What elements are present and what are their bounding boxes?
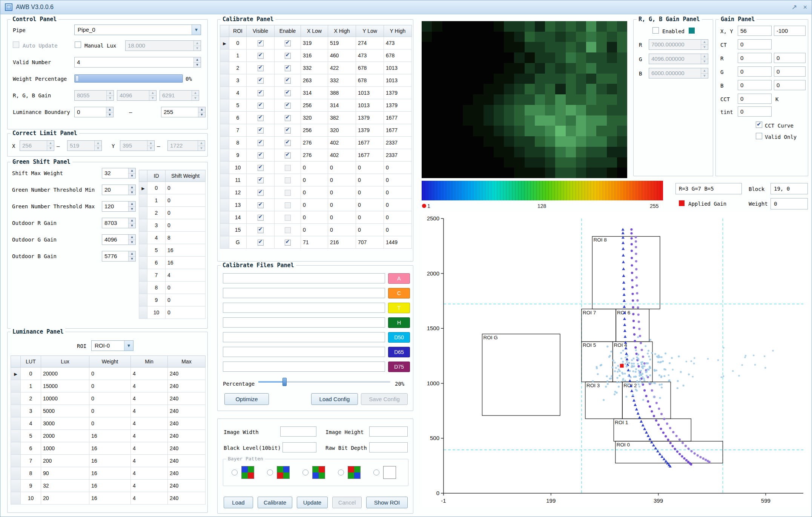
row-selector[interactable] [220,112,229,124]
enable-cell[interactable] [275,112,301,124]
visible-checkbox[interactable] [258,190,264,196]
load-config-button[interactable]: Load Config [311,393,358,405]
calibrate-file-input[interactable] [223,362,385,372]
calibrate-file-input[interactable] [223,273,385,283]
visible-cell[interactable] [247,224,275,236]
visible-checkbox[interactable] [258,140,264,146]
lut-cell[interactable]: 2 [21,392,41,405]
row-selector[interactable] [220,186,229,199]
calibrate-row[interactable]: 100000 [220,162,412,174]
value-cell[interactable]: 1677 [384,124,412,137]
x-value-input[interactable] [738,26,772,36]
outdoor-b-gain-input[interactable]: 5776 [102,251,136,262]
value-cell[interactable]: 0 [301,162,328,174]
row-selector[interactable] [220,224,229,236]
id-cell[interactable]: 1 [147,194,166,207]
roi-cell[interactable]: 4 [229,87,247,99]
enable-cell[interactable] [275,74,301,87]
spin-down-icon[interactable] [129,207,135,212]
ct-value-input[interactable] [738,39,772,49]
value-cell[interactable]: 332 [328,74,356,87]
row-selector[interactable] [220,174,229,186]
value-cell[interactable]: 0 [384,199,412,211]
lut-cell[interactable]: 9 [21,480,41,492]
show-roi-button[interactable]: Show ROI [366,497,408,508]
value-cell[interactable]: 382 [328,112,356,124]
image-preview[interactable] [422,21,627,178]
row-selector[interactable] [220,211,229,224]
calibrate-row[interactable]: 0319519274473 [220,37,412,49]
calibrate-row[interactable]: G712167071449 [220,236,412,249]
value-cell[interactable]: 0 [356,162,384,174]
row-selector[interactable] [139,219,147,232]
value-cell[interactable]: 402 [328,149,356,162]
enable-cell[interactable] [275,186,301,199]
value-cell[interactable]: 256 [301,99,328,112]
visible-checkbox[interactable] [258,128,264,134]
value-cell[interactable]: 0 [328,224,356,236]
value-cell[interactable]: 1379 [356,124,384,137]
spin-up-icon[interactable] [129,202,135,207]
spin-down-icon[interactable] [701,74,708,78]
visible-checkbox[interactable] [258,215,264,221]
enable-checkbox[interactable] [285,78,291,84]
b-value-1-input[interactable] [738,80,772,90]
tint-value-input[interactable] [738,106,772,117]
column-header[interactable]: LUT [21,356,41,368]
lut-cell[interactable]: 4 [21,417,41,430]
value-cell[interactable]: 4 [131,492,168,505]
value-cell[interactable]: 5000 [41,405,89,417]
value-cell[interactable]: 678 [356,62,384,74]
value-cell[interactable]: 90 [41,467,89,480]
file-d50-button[interactable]: D50 [388,332,410,343]
value-cell[interactable]: 0 [328,199,356,211]
enable-checkbox[interactable] [285,65,291,71]
enable-cell[interactable] [275,87,301,99]
visible-cell[interactable] [247,137,275,149]
value-cell[interactable]: 2337 [384,137,412,149]
row-selector[interactable] [139,182,147,194]
value-cell[interactable]: 0 [328,162,356,174]
bayer-radio-gbrg[interactable] [267,469,273,475]
lut-cell[interactable]: 8 [21,467,41,480]
enable-checkbox[interactable] [285,202,291,208]
manual-lux-input[interactable]: 18.000 [125,40,201,51]
value-cell[interactable]: 4 [131,467,168,480]
spin-up-icon[interactable] [129,168,135,174]
roi-cell[interactable]: 12 [229,186,247,199]
weight-percentage-slider[interactable] [74,74,183,83]
value-cell[interactable]: 460 [328,49,356,62]
value-cell[interactable]: 1677 [356,149,384,162]
value-cell[interactable]: 4 [131,430,168,442]
value-cell[interactable]: 1379 [384,87,412,99]
luminance-row[interactable]: 61000164240 [11,442,206,455]
row-selector[interactable] [11,392,21,405]
enable-checkbox[interactable] [285,90,291,96]
row-selector[interactable] [11,430,21,442]
row-selector[interactable] [139,282,147,294]
value-cell[interactable]: 276 [301,137,328,149]
value-cell[interactable]: 0 [384,186,412,199]
id-cell[interactable]: 0 [147,182,166,194]
calibrate-row[interactable]: 725632013791677 [220,124,412,137]
row-selector[interactable] [11,442,21,455]
value-cell[interactable]: 519 [328,37,356,49]
luminance-row[interactable]: 11500004240 [11,380,206,392]
visible-checkbox[interactable] [258,165,264,171]
luminance-row[interactable]: 3500004240 [11,405,206,417]
value-cell[interactable]: 1677 [384,112,412,124]
value-cell[interactable]: 10000 [41,392,89,405]
visible-cell[interactable] [247,74,275,87]
id-cell[interactable]: 5 [147,244,166,257]
shift-weight-row[interactable]: 10 [139,194,206,207]
value-cell[interactable]: 263 [301,74,328,87]
row-selector[interactable] [220,149,229,162]
enable-checkbox[interactable] [285,128,291,134]
visible-cell[interactable] [247,199,275,211]
spin-down-icon[interactable] [149,96,156,101]
luminance-row[interactable]: 890164240 [11,467,206,480]
file-t-button[interactable]: T [388,303,410,313]
value-cell[interactable]: 240 [168,442,206,455]
value-cell[interactable]: 402 [328,137,356,149]
pipe-select[interactable]: Pipe_0 [74,25,201,35]
